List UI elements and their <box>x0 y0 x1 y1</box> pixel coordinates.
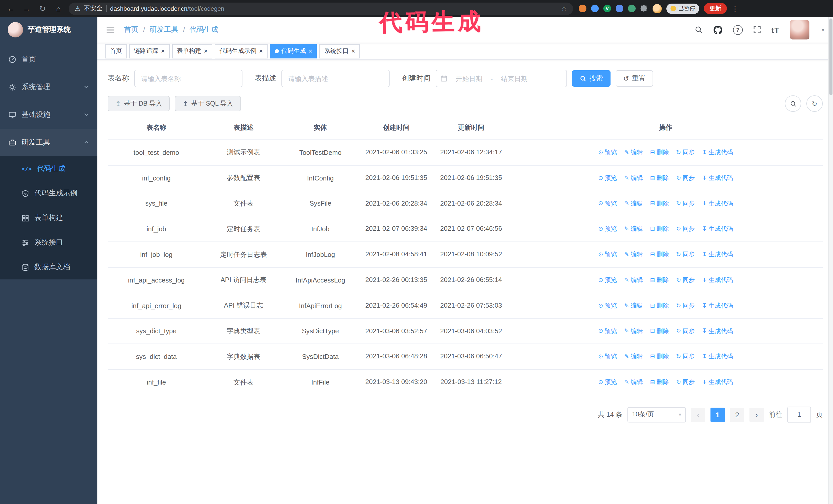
date-end-input[interactable] <box>494 74 535 83</box>
preview-link[interactable]: ⊙预览 <box>598 225 617 234</box>
page-button-2[interactable]: 2 <box>730 408 744 422</box>
generate-code-link[interactable]: ↧生成代码 <box>702 174 733 183</box>
extension-icon[interactable] <box>591 5 599 12</box>
toggle-search-button[interactable] <box>785 95 801 112</box>
logo[interactable]: 芋道管理系统 <box>0 17 97 43</box>
sidebar-item-form-builder[interactable]: 表单构建 <box>0 206 97 230</box>
close-icon[interactable]: × <box>204 48 208 54</box>
preview-link[interactable]: ⊙预览 <box>598 353 617 361</box>
edit-link[interactable]: ✎编辑 <box>624 353 643 361</box>
generate-code-link[interactable]: ↧生成代码 <box>702 378 733 387</box>
extension-icon[interactable] <box>579 5 587 12</box>
sql-import-button[interactable]: ↥ 基于 SQL 导入 <box>175 96 241 111</box>
preview-link[interactable]: ⊙预览 <box>598 378 617 387</box>
sync-link[interactable]: ↻同步 <box>676 199 695 208</box>
sync-link[interactable]: ↻同步 <box>676 148 695 157</box>
tab-api[interactable]: 系统接口 × <box>319 44 360 58</box>
sync-link[interactable]: ↻同步 <box>676 302 695 310</box>
sidebar-item-codegen[interactable]: </> 代码生成 <box>0 157 97 181</box>
delete-link[interactable]: ⊟删除 <box>650 225 669 234</box>
sync-link[interactable]: ↻同步 <box>676 225 695 234</box>
browser-profile-avatar[interactable] <box>652 4 662 13</box>
browser-back-icon[interactable]: ← <box>5 3 17 14</box>
preview-link[interactable]: ⊙预览 <box>598 148 617 157</box>
extension-icon[interactable]: V <box>603 5 611 12</box>
reset-button[interactable]: ↺ 重置 <box>616 70 653 87</box>
fullscreen-icon[interactable] <box>753 26 761 34</box>
edit-link[interactable]: ✎编辑 <box>624 276 643 285</box>
delete-link[interactable]: ⊟删除 <box>650 174 669 183</box>
date-start-input[interactable] <box>449 74 490 83</box>
sidebar-item-api[interactable]: 系统接口 <box>0 230 97 255</box>
sidebar-item-system[interactable]: 系统管理 <box>0 73 97 101</box>
prev-page-button[interactable]: ‹ <box>691 408 705 422</box>
sync-link[interactable]: ↻同步 <box>676 327 695 336</box>
sidebar-item-devtools[interactable]: 研发工具 <box>0 129 97 157</box>
avatar-caret-icon[interactable]: ▾ <box>822 27 824 32</box>
scrollbar-track[interactable] <box>828 17 833 504</box>
close-icon[interactable]: × <box>351 48 355 54</box>
sidebar-item-db-doc[interactable]: 数据库文档 <box>0 255 97 280</box>
sidebar-collapse-icon[interactable] <box>106 26 115 33</box>
delete-link[interactable]: ⊟删除 <box>650 276 669 285</box>
edit-link[interactable]: ✎编辑 <box>624 174 643 183</box>
delete-link[interactable]: ⊟删除 <box>650 327 669 336</box>
chrome-update-button[interactable]: 更新 <box>704 3 727 14</box>
preview-link[interactable]: ⊙预览 <box>598 327 617 336</box>
preview-link[interactable]: ⊙预览 <box>598 250 617 259</box>
tab-codegen[interactable]: 代码生成 × <box>270 44 317 58</box>
db-import-button[interactable]: ↥ 基于 DB 导入 <box>108 96 170 111</box>
edit-link[interactable]: ✎编辑 <box>624 378 643 387</box>
edit-link[interactable]: ✎编辑 <box>624 250 643 259</box>
goto-page-input[interactable] <box>787 407 811 423</box>
puzzle-extensions-icon[interactable] <box>640 5 648 12</box>
delete-link[interactable]: ⊟删除 <box>650 302 669 310</box>
browser-menu-icon[interactable]: ⋮ <box>732 4 739 13</box>
breadcrumb-devtools[interactable]: 研发工具 <box>150 25 178 34</box>
search-icon[interactable] <box>695 26 703 34</box>
generate-code-link[interactable]: ↧生成代码 <box>702 250 733 259</box>
tab-form-builder[interactable]: 表单构建 × <box>172 44 212 58</box>
generate-code-link[interactable]: ↧生成代码 <box>702 276 733 285</box>
address-bar[interactable]: ⚠ 不安全 dashboard.yudao.iocoder.cn/tool/co… <box>69 2 573 15</box>
delete-link[interactable]: ⊟删除 <box>650 199 669 208</box>
edit-link[interactable]: ✎编辑 <box>624 302 643 310</box>
delete-link[interactable]: ⊟删除 <box>650 250 669 259</box>
help-icon[interactable]: ? <box>733 25 743 34</box>
scrollbar-thumb[interactable] <box>829 19 832 95</box>
sync-link[interactable]: ↻同步 <box>676 250 695 259</box>
edit-link[interactable]: ✎编辑 <box>624 327 643 336</box>
delete-link[interactable]: ⊟删除 <box>650 148 669 157</box>
extension-icon[interactable] <box>616 5 623 12</box>
search-button[interactable]: 搜索 <box>572 70 611 87</box>
generate-code-link[interactable]: ↧生成代码 <box>702 148 733 157</box>
next-page-button[interactable]: › <box>749 408 764 422</box>
browser-forward-icon[interactable]: → <box>21 3 32 14</box>
sidebar-item-codegen-example[interactable]: 代码生成示例 <box>0 181 97 206</box>
tab-codegen-example[interactable]: 代码生成示例 × <box>215 44 267 58</box>
tab-home[interactable]: 首页 <box>105 44 127 58</box>
page-button-1[interactable]: 1 <box>711 408 725 422</box>
paused-badge[interactable]: 已暂停 <box>666 3 699 14</box>
close-icon[interactable]: × <box>309 48 312 54</box>
preview-link[interactable]: ⊙预览 <box>598 174 617 183</box>
browser-reload-icon[interactable]: ↻ <box>37 3 48 14</box>
sync-link[interactable]: ↻同步 <box>676 276 695 285</box>
edit-link[interactable]: ✎编辑 <box>624 148 643 157</box>
delete-link[interactable]: ⊟删除 <box>650 378 669 387</box>
browser-home-icon[interactable]: ⌂ <box>53 3 64 14</box>
font-size-icon[interactable]: tT <box>771 25 780 34</box>
generate-code-link[interactable]: ↧生成代码 <box>702 199 733 208</box>
generate-code-link[interactable]: ↧生成代码 <box>702 327 733 336</box>
preview-link[interactable]: ⊙预览 <box>598 302 617 310</box>
bookmark-star-icon[interactable]: ☆ <box>561 5 567 12</box>
delete-link[interactable]: ⊟删除 <box>650 353 669 361</box>
sync-link[interactable]: ↻同步 <box>676 378 695 387</box>
generate-code-link[interactable]: ↧生成代码 <box>702 353 733 361</box>
page-size-select[interactable]: 10条/页 ▾ <box>627 407 686 423</box>
sync-link[interactable]: ↻同步 <box>676 174 695 183</box>
github-icon[interactable] <box>713 25 723 34</box>
tab-tracing[interactable]: 链路追踪 × <box>129 44 169 58</box>
generate-code-link[interactable]: ↧生成代码 <box>702 225 733 234</box>
table-name-input[interactable] <box>134 70 242 87</box>
